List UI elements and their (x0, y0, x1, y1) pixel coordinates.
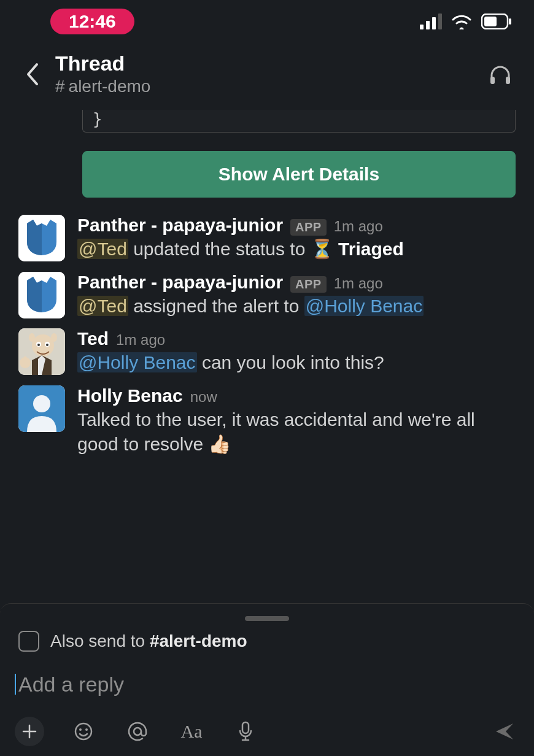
show-alert-details-button[interactable]: Show Alert Details (82, 151, 516, 198)
battery-icon (481, 14, 512, 29)
timestamp: 1m ago (334, 275, 383, 292)
message-body: Panther - papaya-juniorAPP1m ago@Ted ass… (65, 272, 516, 319)
svg-rect-7 (490, 77, 495, 84)
message-text: @Ted assigned the alert to @Holly Benac (77, 294, 516, 319)
text: updated the status to (128, 239, 311, 259)
svg-rect-5 (484, 17, 497, 26)
svg-point-12 (32, 334, 54, 357)
emoji: ⏳ (311, 239, 333, 259)
svg-point-17 (29, 333, 35, 342)
send-icon (494, 721, 515, 742)
headphones-button[interactable] (485, 59, 516, 90)
text: assigned the alert to (128, 296, 304, 316)
svg-rect-26 (242, 722, 249, 733)
message-row[interactable]: Panther - papaya-juniorAPP1m ago@Ted upd… (18, 210, 516, 267)
reply-input[interactable]: Add a reply (15, 674, 124, 695)
timestamp: 1m ago (334, 218, 383, 235)
emoji-icon (74, 722, 93, 741)
message-header: Holly Benacnow (77, 385, 516, 406)
mention-button[interactable] (123, 717, 152, 746)
status-time: 12:46 (50, 9, 134, 34)
svg-rect-1 (426, 21, 430, 29)
message-row[interactable]: Panther - papaya-juniorAPP1m ago@Ted ass… (18, 267, 516, 324)
author-name[interactable]: Panther - papaya-junior (77, 215, 283, 236)
thread-header: Thread # alert-demo (0, 43, 534, 110)
message-text: @Holly Benac can you look into this? (77, 350, 516, 376)
header-title: Thread (55, 52, 485, 75)
code-block-tail: } (82, 110, 516, 133)
also-send-checkbox[interactable] (18, 631, 39, 652)
avatar[interactable] (18, 215, 65, 261)
message-body: Panther - papaya-juniorAPP1m ago@Ted upd… (65, 215, 516, 262)
text-bold: Triaged (338, 239, 404, 259)
message-header: Ted1m ago (77, 328, 516, 349)
channel-name: alert-demo (69, 77, 151, 96)
wifi-icon (451, 14, 473, 29)
message-header: Panther - papaya-juniorAPP1m ago (77, 215, 516, 236)
mention[interactable]: @Holly Benac (304, 296, 424, 316)
format-button[interactable]: Aa (177, 717, 206, 746)
mention[interactable]: @Holly Benac (77, 352, 197, 372)
message-header: Panther - papaya-juniorAPP1m ago (77, 272, 516, 293)
svg-point-22 (75, 723, 91, 739)
mention[interactable]: @Ted (77, 296, 128, 316)
hash-icon: # (55, 77, 65, 96)
svg-point-21 (33, 395, 50, 412)
message-body: Ted1m ago@Holly Benac can you look into … (65, 328, 516, 376)
header-text[interactable]: Thread # alert-demo (55, 52, 485, 96)
also-send-label: Also send to #alert-demo (50, 631, 247, 651)
status-icons (420, 14, 512, 29)
voice-button[interactable] (231, 717, 260, 746)
send-button[interactable] (490, 717, 519, 746)
message-body: Holly BenacnowTalked to the user, it was… (65, 385, 516, 457)
emoji: 👍🏻 (208, 434, 231, 454)
svg-point-23 (79, 728, 82, 731)
message-text: Talked to the user, it was accidental an… (77, 407, 516, 457)
svg-point-15 (37, 344, 40, 346)
cellular-icon (420, 14, 442, 29)
composer: Also send to #alert-demo Add a reply Aa (0, 603, 534, 756)
avatar[interactable] (18, 385, 65, 432)
message-row[interactable]: Holly BenacnowTalked to the user, it was… (18, 380, 516, 462)
drag-handle[interactable] (245, 616, 289, 621)
text: can you look into this? (197, 352, 384, 372)
composer-toolbar: Aa (15, 701, 519, 746)
timestamp: 1m ago (116, 331, 165, 349)
avatar[interactable] (18, 272, 65, 318)
headphones-icon (488, 62, 513, 87)
status-bar: 12:46 (0, 0, 534, 43)
app-badge: APP (290, 219, 327, 236)
plus-icon (21, 723, 37, 739)
svg-rect-0 (420, 25, 424, 29)
author-name[interactable]: Ted (77, 328, 109, 349)
svg-point-16 (46, 344, 48, 346)
chevron-left-icon (25, 63, 39, 86)
timestamp: now (190, 388, 217, 406)
also-send-row[interactable]: Also send to #alert-demo (15, 631, 519, 652)
text (333, 239, 338, 259)
at-icon (127, 721, 148, 742)
avatar[interactable] (18, 328, 65, 375)
author-name[interactable]: Panther - papaya-junior (77, 272, 283, 293)
message-row[interactable]: Ted1m ago@Holly Benac can you look into … (18, 323, 516, 380)
reply-input-row[interactable]: Add a reply (15, 668, 519, 701)
svg-rect-3 (438, 14, 442, 29)
back-button[interactable] (14, 56, 50, 93)
header-channel: # alert-demo (55, 77, 485, 96)
svg-point-24 (85, 728, 88, 731)
attach-button[interactable] (15, 717, 44, 746)
app-badge: APP (290, 276, 327, 293)
svg-rect-6 (509, 18, 511, 25)
message-text: @Ted updated the status to ⏳ Triaged (77, 237, 516, 262)
svg-point-18 (51, 333, 57, 342)
emoji-button[interactable] (69, 717, 98, 746)
svg-rect-2 (432, 17, 436, 29)
thread-content: } Show Alert Details Panther - papaya-ju… (0, 110, 534, 462)
mic-icon (237, 721, 254, 742)
format-icon: Aa (181, 721, 203, 742)
svg-point-25 (134, 728, 141, 735)
author-name[interactable]: Holly Benac (77, 385, 183, 406)
svg-rect-8 (506, 77, 510, 84)
text: Talked to the user, it was accidental an… (77, 409, 475, 455)
mention[interactable]: @Ted (77, 239, 128, 259)
